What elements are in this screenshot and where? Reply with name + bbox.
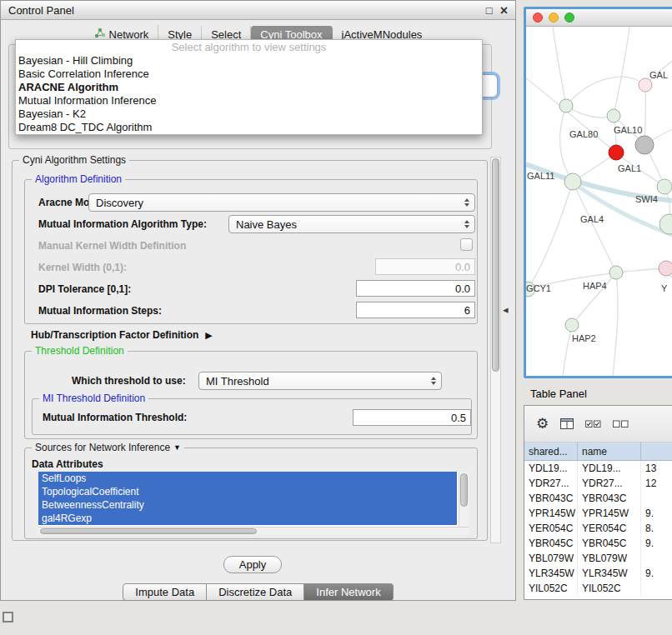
node-neighbor[interactable] (635, 136, 654, 154)
network-window-titlebar[interactable] (526, 9, 672, 27)
table-row[interactable]: YPR145W YPR145W 9. (524, 506, 672, 521)
node[interactable] (565, 318, 579, 332)
dpi-tolerance-field[interactable]: 0.0 (356, 280, 475, 297)
cell[interactable]: 13 (641, 461, 672, 476)
node[interactable] (607, 109, 620, 122)
table-row[interactable]: YBR043C YBR043C (524, 491, 672, 506)
cell[interactable]: YBR043C (524, 491, 578, 506)
deselect-all-columns-icon[interactable] (613, 420, 629, 428)
cell[interactable]: YBL079W (524, 551, 578, 566)
cell[interactable]: 12 (641, 476, 672, 491)
table-row[interactable]: YBR045C YBR045C 9. (524, 536, 672, 551)
node-label: GAL (649, 70, 668, 80)
collapse-triangle-icon[interactable]: ▼ (173, 443, 181, 452)
mi-algorithm-type-combobox[interactable]: Naive Bayes (228, 215, 475, 233)
cell[interactable]: 8. (641, 521, 672, 536)
algorithm-option-dream8[interactable]: Dream8 DC_TDC Algorithm (16, 121, 482, 134)
node[interactable] (639, 78, 652, 92)
algorithm-option-basic-correlation[interactable]: Basic Correlation Inference (16, 68, 482, 81)
algorithm-option-bayesian-k2[interactable]: Bayesian - K2 (16, 108, 482, 121)
node-selected[interactable] (609, 145, 624, 160)
cell[interactable] (641, 491, 672, 506)
tab-infer-network[interactable]: Infer Network (304, 583, 393, 601)
cell[interactable]: YIL052C (578, 581, 641, 596)
table-row[interactable]: YDR27... YDR27... 12 (524, 476, 672, 491)
cell[interactable] (641, 581, 672, 596)
column-header-name[interactable]: name (578, 442, 641, 460)
minimize-traffic-light-icon[interactable] (549, 12, 559, 22)
list-vertical-scrollbar[interactable] (459, 472, 469, 527)
scrollbar-thumb[interactable] (460, 473, 468, 507)
node[interactable] (659, 261, 672, 276)
table-row[interactable]: YBL079W YBL079W (524, 551, 672, 566)
cell[interactable]: YIL052C (524, 581, 578, 596)
cell[interactable]: YDL19... (578, 461, 641, 476)
columns-icon[interactable] (560, 418, 574, 429)
node[interactable] (609, 266, 623, 279)
cell[interactable]: 9. (641, 536, 672, 551)
cell[interactable]: YLR345W (578, 566, 641, 581)
table-row[interactable]: YER054C YER054C 8. (524, 521, 672, 536)
cell[interactable]: 9. (641, 566, 672, 581)
float-window-icon[interactable]: □ (486, 4, 493, 17)
cell[interactable]: YLR345W (524, 566, 578, 581)
close-window-icon[interactable]: × (500, 5, 508, 16)
cell[interactable]: YDL19... (524, 461, 578, 476)
cell[interactable]: YER054C (578, 521, 641, 536)
list-item-gal4rgexp[interactable]: gal4RGexp (38, 512, 457, 525)
zoom-traffic-light-icon[interactable] (564, 12, 574, 22)
column-header-extra[interactable] (641, 442, 672, 460)
cell[interactable]: YPR145W (524, 506, 578, 521)
algorithm-option-bayesian-hill-climbing[interactable]: Bayesian - Hill Climbing (16, 54, 482, 68)
list-item-betweennesscentrality[interactable]: BetweennessCentrality (38, 498, 457, 512)
list-item-selfloops[interactable]: SelfLoops (38, 472, 457, 485)
tab-discretize-data[interactable]: Discretize Data (207, 583, 304, 601)
list-horizontal-scrollbar[interactable] (38, 527, 469, 535)
cell[interactable]: YDR27... (578, 476, 641, 491)
list-item-topologicalcoefficient[interactable]: TopologicalCoefficient (38, 485, 457, 498)
cell[interactable]: YBR043C (578, 491, 641, 506)
settings-vertical-scrollbar[interactable] (490, 157, 501, 543)
cell[interactable]: YBR045C (578, 536, 641, 551)
cyni-mode-tab-bar: Impute Data Discretize Data Infer Networ… (1, 583, 515, 601)
which-threshold-combobox[interactable]: MI Threshold (198, 372, 442, 390)
cell[interactable] (641, 551, 672, 566)
algorithm-option-mutual-information[interactable]: Mutual Information Inference (16, 94, 482, 108)
scrollbar-thumb[interactable] (492, 158, 499, 372)
cell[interactable]: 9. (641, 506, 672, 521)
data-attributes-list[interactable]: SelfLoops TopologicalCoefficient Between… (38, 472, 469, 535)
cell[interactable]: YDR27... (524, 476, 578, 491)
gear-icon[interactable]: ⚙ (536, 417, 549, 431)
apply-button[interactable]: Apply (223, 556, 282, 573)
manual-kernel-width-checkbox[interactable] (460, 238, 473, 251)
network-canvas[interactable]: GAL GAL80 GAL10 GAL11 GAL1 SWI4 GAL4 GCY… (526, 27, 672, 376)
mi-steps-field[interactable]: 6 (356, 302, 475, 318)
node[interactable] (657, 179, 672, 194)
node-label: GAL11 (527, 171, 554, 181)
table-row[interactable]: YLR345W YLR345W 9. (524, 566, 672, 581)
cell[interactable]: YBL079W (578, 551, 641, 566)
cyni-algorithm-settings-group: Cyni Algorithm Settings Algorithm Defini… (12, 160, 488, 541)
kernel-width-label: Kernel Width (0,1): (38, 262, 127, 273)
node[interactable] (564, 173, 581, 190)
aracne-mode-combobox[interactable]: Discovery (88, 193, 475, 212)
kernel-width-field[interactable]: 0.0 (375, 258, 475, 275)
table-row[interactable]: YDL19... YDL19... 13 (524, 461, 672, 476)
scrollbar-thumb[interactable] (40, 528, 257, 534)
mi-threshold-definition-title: MI Threshold Definition (39, 392, 148, 404)
algorithm-option-aracne[interactable]: ARACNE Algorithm (16, 81, 482, 94)
close-traffic-light-icon[interactable] (533, 12, 543, 22)
cell[interactable]: YER054C (524, 521, 578, 536)
minimized-panel-icon[interactable] (3, 612, 13, 622)
cell[interactable]: YPR145W (578, 506, 641, 521)
hub-transcription-factor-section[interactable]: Hub/Transcription Factor Definition ▶ (31, 329, 213, 341)
tab-impute-data[interactable]: Impute Data (123, 583, 207, 601)
cell[interactable]: YBR045C (524, 536, 578, 551)
select-all-columns-icon[interactable] (585, 420, 601, 428)
column-header-shared-name[interactable]: shared... (524, 442, 578, 460)
panel-splitter-collapse-icon[interactable]: ◂ (503, 303, 509, 316)
mi-threshold-field[interactable]: 0.5 (353, 409, 471, 426)
table-row[interactable]: YIL052C YIL052C (524, 581, 672, 596)
node[interactable] (559, 99, 573, 112)
expand-arrow-icon[interactable]: ▶ (205, 330, 212, 341)
